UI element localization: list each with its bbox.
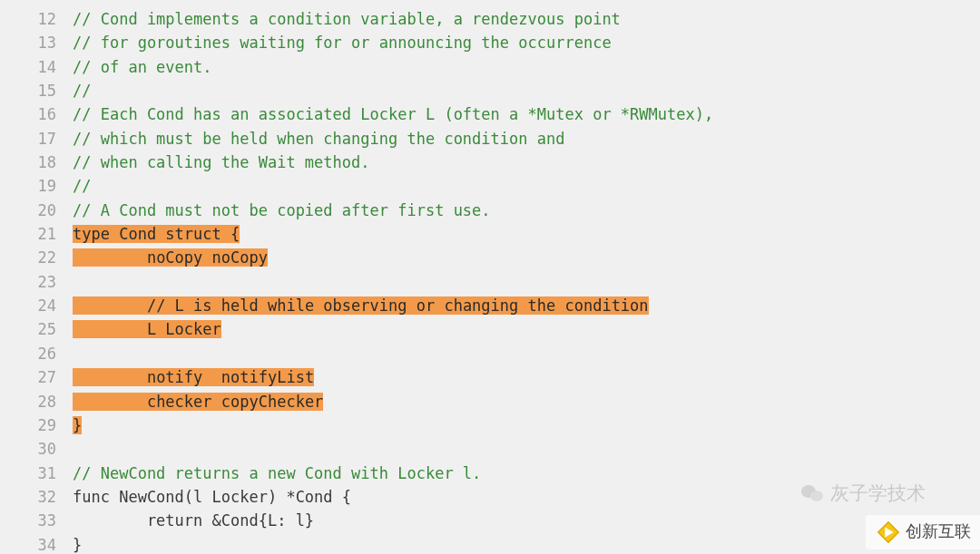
line-number: 34 [0, 533, 73, 554]
code-segment: notify notifyList [147, 368, 314, 386]
line-number: 21 [0, 222, 73, 246]
code-segment: L Locker [147, 320, 221, 338]
line-number: 15 [0, 79, 73, 102]
line-number: 24 [0, 294, 73, 317]
code-segment: // [73, 82, 91, 100]
watermark-wechat-text: 灰子学技术 [830, 479, 926, 509]
line-content: // of an event. [73, 55, 212, 79]
line-content: // Cond implements a condition variable,… [73, 7, 621, 31]
code-line: 25 L Locker [0, 317, 980, 341]
code-line: 23 [0, 270, 980, 294]
line-content: return &Cond{L: l} [73, 509, 314, 532]
code-segment: // A Cond must not be copied after first… [73, 201, 491, 219]
line-number: 33 [0, 509, 73, 532]
code-line: 13// for goroutines waiting for or annou… [0, 31, 980, 54]
code-segment: noCopy noCopy [147, 248, 268, 267]
line-content: // for goroutines waiting for or announc… [73, 31, 612, 54]
code-line: 12// Cond implements a condition variabl… [0, 7, 980, 31]
code-line: 16// Each Cond has an associated Locker … [0, 102, 980, 126]
code-line: 27 notify notifyList [0, 365, 980, 389]
code-line: 17// which must be held when changing th… [0, 127, 980, 151]
watermark-brand: 创新互联 [866, 515, 980, 549]
code-line: 33 return &Cond{L: l} [0, 509, 980, 532]
line-content: noCopy noCopy [73, 246, 268, 269]
code-line: 34} [0, 533, 980, 554]
code-line: 20// A Cond must not be copied after fir… [0, 199, 980, 222]
code-line: 24 // L is held while observing or chang… [0, 294, 980, 317]
code-line: 18// when calling the Wait method. [0, 151, 980, 174]
code-segment: checker copyChecker [147, 393, 323, 411]
line-content: type Cond struct { [73, 222, 240, 246]
code-segment: } [73, 416, 82, 434]
line-content: // which must be held when changing the … [73, 127, 564, 151]
line-number: 28 [0, 390, 73, 413]
code-segment: // L is held while observing or changing… [147, 296, 649, 315]
code-segment: func NewCond(l Locker) *Cond { [73, 488, 351, 506]
watermark-brand-text: 创新互联 [906, 520, 971, 545]
code-line: 22 noCopy noCopy [0, 246, 980, 269]
code-segment: // NewCond returns a new Cond with Locke… [73, 464, 481, 482]
line-number: 32 [0, 485, 73, 509]
line-number: 22 [0, 246, 73, 269]
code-line: 26 [0, 342, 980, 365]
line-number: 14 [0, 55, 73, 79]
line-content: // A Cond must not be copied after first… [73, 199, 491, 222]
code-segment [73, 368, 147, 386]
line-content: // when calling the Wait method. [73, 151, 370, 174]
code-segment: // which must be held when changing the … [73, 130, 564, 148]
line-content: // [73, 79, 91, 102]
line-number: 20 [0, 199, 73, 222]
code-line: 15// [0, 79, 980, 102]
code-segment: // Cond implements a condition variable,… [73, 10, 621, 28]
brand-logo-icon [875, 519, 902, 546]
code-segment: } [73, 536, 82, 554]
code-segment [73, 296, 147, 315]
line-number: 23 [0, 270, 73, 294]
code-segment: // for goroutines waiting for or announc… [73, 34, 612, 52]
line-number: 29 [0, 413, 73, 437]
line-number: 16 [0, 102, 73, 126]
line-content: L Locker [73, 317, 221, 341]
line-content: checker copyChecker [73, 390, 323, 413]
line-number: 31 [0, 462, 73, 485]
line-content: notify notifyList [73, 365, 314, 389]
code-block: 12// Cond implements a condition variabl… [0, 7, 980, 554]
code-line: 21type Cond struct { [0, 222, 980, 246]
line-number: 27 [0, 365, 73, 389]
code-segment: return &Cond{L: l} [73, 511, 314, 530]
code-segment: // [73, 177, 91, 195]
line-content: // L is held while observing or changing… [73, 294, 649, 317]
line-content: func NewCond(l Locker) *Cond { [73, 485, 351, 509]
line-content: // [73, 174, 91, 198]
code-segment: // of an event. [73, 58, 212, 76]
line-number: 13 [0, 31, 73, 54]
code-segment [73, 248, 147, 267]
line-number: 26 [0, 342, 73, 365]
code-line: 19// [0, 174, 980, 198]
code-line: 30 [0, 437, 980, 461]
wechat-icon [799, 483, 825, 505]
line-content: // Each Cond has an associated Locker L … [73, 102, 713, 126]
line-number: 25 [0, 317, 73, 341]
watermark-wechat: 灰子学技术 [799, 479, 926, 509]
code-line: 28 checker copyChecker [0, 390, 980, 413]
line-number: 17 [0, 127, 73, 151]
line-number: 19 [0, 174, 73, 198]
code-segment: type Cond struct { [73, 225, 240, 243]
code-line: 14// of an event. [0, 55, 980, 79]
code-segment: // when calling the Wait method. [73, 153, 370, 171]
line-number: 30 [0, 437, 73, 461]
code-segment: // Each Cond has an associated Locker L … [73, 105, 713, 123]
line-content: } [73, 533, 82, 554]
code-line: 29} [0, 413, 980, 437]
line-content: // NewCond returns a new Cond with Locke… [73, 462, 481, 485]
line-content: } [73, 413, 82, 437]
code-segment [73, 393, 147, 411]
line-number: 12 [0, 7, 73, 31]
code-segment [73, 320, 147, 338]
line-number: 18 [0, 151, 73, 174]
